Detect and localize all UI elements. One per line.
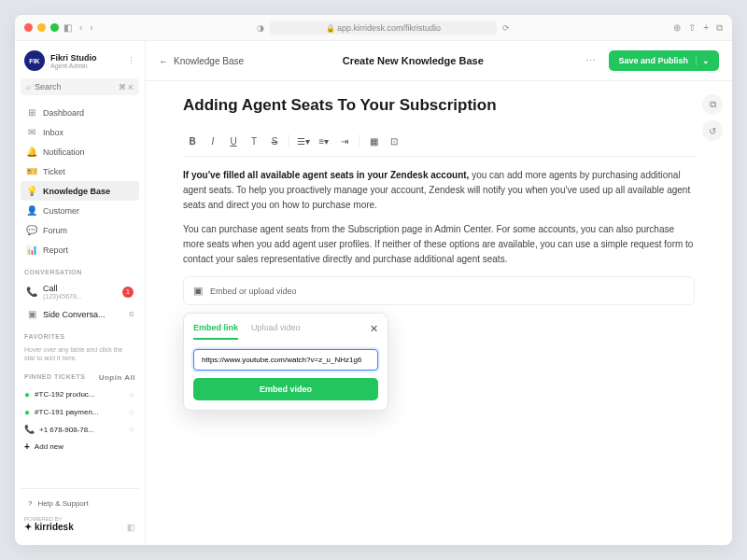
tab-embed-link[interactable]: Embed link <box>193 323 238 340</box>
text-button[interactable]: T <box>245 132 263 150</box>
url-bar[interactable]: 🔒 app.kirridesk.com/fikristudio <box>270 21 497 35</box>
nav-notification[interactable]: 🔔Notification <box>21 142 139 161</box>
user-icon: 👤 <box>26 205 37 216</box>
close-icon[interactable]: ✕ <box>370 323 378 340</box>
bold-button[interactable]: B <box>183 132 202 150</box>
article-title[interactable]: Adding Agent Seats To Your Subscription <box>183 96 695 115</box>
sidebar: FIK Fikri Studio Agent Admin ⋮ ⌕ ⌘ K ⊞Da… <box>15 41 146 545</box>
favorites-label: FAVORITES <box>24 333 135 340</box>
help-support[interactable]: ?Help & Support <box>24 495 135 512</box>
share-icon[interactable]: ⇧ <box>688 22 696 34</box>
search-box[interactable]: ⌕ ⌘ K <box>21 78 139 95</box>
video-icon: ▣ <box>193 285 203 297</box>
refresh-icon[interactable]: ⟳ <box>502 23 510 33</box>
nav-knowledge-base[interactable]: 💡Knowledge Base <box>21 181 139 201</box>
nav-report[interactable]: 📊Report <box>21 240 139 259</box>
nav-ticket[interactable]: 🎫Ticket <box>21 161 139 181</box>
chevron-down-icon[interactable]: ⌄ <box>696 56 710 65</box>
strike-button[interactable]: S <box>265 132 284 150</box>
pinned-label: PINNED TICKETS Unpin All <box>24 373 135 382</box>
page-title: Create New Knowledge Base <box>253 55 572 66</box>
editor-toolbar: B I U T S ☰▾ ≡▾ ⇥ ▦ ⊡ <box>183 126 695 157</box>
more-menu[interactable]: ⋯ <box>582 55 599 67</box>
pinned-tc191[interactable]: ●#TC-191 paymen...☆ <box>21 403 139 421</box>
tab-upload-video[interactable]: Upload video <box>251 323 301 340</box>
topbar: ← Knowledge Base Create New Knowledge Ba… <box>146 41 732 81</box>
dashboard-icon: ⊞ <box>26 107 37 118</box>
article-paragraph-1[interactable]: If you've filled all available agent sea… <box>183 168 695 213</box>
conversation-label: CONVERSATION <box>24 269 135 275</box>
nav-forum[interactable]: 💬Forum <box>21 220 139 240</box>
pinned-phone[interactable]: 📞+1 678-908-78...☆ <box>21 421 139 438</box>
search-icon: ⌕ <box>26 82 31 91</box>
profile-role: Agent Admin <box>50 63 121 69</box>
inbox-icon: ✉ <box>26 127 37 137</box>
pin-icon[interactable]: ☆ <box>128 408 135 417</box>
side-icon: ▣ <box>26 309 37 319</box>
whatsapp-icon: ● <box>24 407 30 417</box>
profile-block[interactable]: FIK Fikri Studio Agent Admin ⋮ <box>21 49 139 78</box>
side-count: 0 <box>130 310 134 318</box>
arrow-left-icon: ← <box>159 56 168 66</box>
indent-button[interactable]: ⇥ <box>335 132 354 150</box>
search-shortcut: ⌘ K <box>119 83 134 91</box>
pin-icon[interactable]: ☆ <box>128 425 135 434</box>
minimize-window[interactable] <box>37 23 46 32</box>
embed-popup: Embed link Upload video ✕ Embed video <box>183 313 388 411</box>
copy-icon[interactable]: ⧉ <box>702 94 723 115</box>
nav-dashboard[interactable]: ⊞Dashboard <box>21 103 139 122</box>
traffic-lights <box>24 23 59 32</box>
tabs-icon[interactable]: ⧉ <box>716 22 723 34</box>
browser-chrome: ◧ ‹ › ◑ 🔒 app.kirridesk.com/fikristudio … <box>15 15 732 41</box>
phone-icon: 📞 <box>24 425 35 434</box>
chat-icon: 💬 <box>26 225 37 235</box>
avatar: FIK <box>24 50 45 71</box>
bulb-icon: 💡 <box>26 186 37 196</box>
collapse-icon[interactable]: ◧ <box>127 523 135 532</box>
nav-inbox[interactable]: ✉Inbox <box>21 122 139 142</box>
code-button[interactable]: ⊡ <box>385 132 403 150</box>
bell-icon: 🔔 <box>26 147 37 157</box>
maximize-window[interactable] <box>50 23 59 32</box>
pinned-add-new[interactable]: +Add new <box>21 438 139 455</box>
favorites-hint: Hover over any table and click the star … <box>21 343 139 364</box>
forward-icon[interactable]: › <box>90 22 92 33</box>
embed-video-block[interactable]: ▣ Embed or upload video <box>183 276 695 305</box>
align-button[interactable]: ≡▾ <box>315 132 333 150</box>
save-publish-button[interactable]: Save and Publish ⌄ <box>609 50 719 71</box>
close-window[interactable] <box>24 23 33 32</box>
image-button[interactable]: ▦ <box>364 132 383 150</box>
profile-name: Fikri Studio <box>50 53 121 63</box>
shield-icon: ◑ <box>257 23 264 33</box>
pinned-tc192[interactable]: ●#TC-192 produc...☆ <box>21 385 139 403</box>
whatsapp-icon: ● <box>24 389 30 399</box>
history-icon[interactable]: ↺ <box>702 120 723 141</box>
back-icon[interactable]: ‹ <box>79 22 82 33</box>
download-icon[interactable]: ⊕ <box>673 22 681 34</box>
italic-button[interactable]: I <box>204 132 222 150</box>
sidebar-toggle-icon[interactable]: ◧ <box>63 22 72 33</box>
conv-call[interactable]: 📞 Call (123)45678... 1 <box>21 279 139 304</box>
article-paragraph-2[interactable]: You can purchase agent seats from the Su… <box>183 222 695 267</box>
profile-menu-icon[interactable]: ⋮ <box>127 56 135 65</box>
phone-icon: 📞 <box>26 287 37 297</box>
embed-url-input[interactable] <box>193 349 378 371</box>
back-link[interactable]: ← Knowledge Base <box>159 56 244 66</box>
search-input[interactable] <box>35 82 115 91</box>
embed-video-button[interactable]: Embed video <box>193 378 378 400</box>
nav-customer[interactable]: 👤Customer <box>21 201 139 220</box>
unpin-all[interactable]: Unpin All <box>99 373 135 382</box>
new-tab-icon[interactable]: + <box>703 22 709 34</box>
chart-icon: 📊 <box>26 245 37 255</box>
app-window: ◧ ‹ › ◑ 🔒 app.kirridesk.com/fikristudio … <box>15 15 732 545</box>
plus-icon: + <box>24 441 30 452</box>
pin-icon[interactable]: ☆ <box>128 390 135 399</box>
underline-button[interactable]: U <box>224 132 243 150</box>
list-button[interactable]: ☰▾ <box>294 132 313 150</box>
help-icon: ? <box>28 499 32 508</box>
main-content: ← Knowledge Base Create New Knowledge Ba… <box>146 41 732 545</box>
conv-side[interactable]: ▣ Side Conversa... 0 <box>21 304 139 324</box>
call-badge: 1 <box>122 287 134 298</box>
brand-logo: ✦kirridesk◧ <box>24 522 135 532</box>
ticket-icon: 🎫 <box>26 166 37 176</box>
